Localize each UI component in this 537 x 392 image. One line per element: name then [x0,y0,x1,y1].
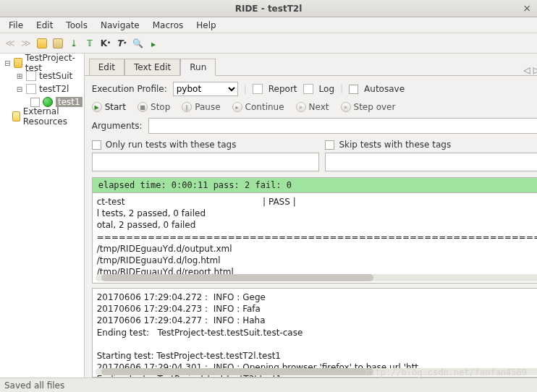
toolbar: ≪ ≫ ⤓ 𝕋 K• T• 🔍 [0,33,537,54]
checkbox[interactable] [30,98,40,107]
stepover-button[interactable]: »Step over [341,102,396,112]
exec-profile-select[interactable]: pybot [173,82,238,96]
expand-icon[interactable]: ⊞ [16,72,23,80]
back-icon[interactable]: ≪ [4,38,16,49]
tree-label: External Resources [23,106,83,127]
autosave-checkbox[interactable] [349,85,358,94]
main-panel: Edit Text Edit Run ◁ ▷ × Execution Profi… [85,54,537,378]
tree-suite[interactable]: ⊞ testSuit [1,69,83,82]
log-link[interactable]: Log [319,84,334,94]
continue-button[interactable]: ▸Continue [232,102,284,112]
exec-profile-label: Execution Profile: [92,84,167,94]
only-tags-input[interactable] [92,153,320,171]
scrollbar[interactable] [96,274,537,281]
file-icon [26,84,36,94]
tab-edit[interactable]: Edit [89,59,124,75]
pause-button[interactable]: ∥Pause [182,102,220,112]
next-button[interactable]: »Next [296,102,329,112]
menu-bar: File Edit Tools Navigate Macros Help [0,17,537,33]
tree-suite[interactable]: ⊟ testT2l [1,82,83,95]
autosave-label: Autosave [364,84,405,94]
skip-tags-input[interactable] [325,153,537,171]
keyword-italic-icon[interactable]: T• [116,38,127,49]
tree-external[interactable]: External Resources [1,110,83,123]
menu-file[interactable]: File [3,19,29,32]
tree-label-selected: test1 [56,97,83,107]
tree-label: testSuit [39,71,72,81]
skip-tags-label: Skip tests with these tags [339,140,451,150]
menu-navigate[interactable]: Navigate [95,19,145,32]
collapse-icon[interactable]: ⊟ [4,59,11,67]
stop-button[interactable]: ■Stop [138,102,170,112]
log-icon [303,84,313,94]
search-icon[interactable]: 🔍 [132,38,143,49]
report-icon [253,84,263,94]
folder-icon [14,58,22,68]
tree-label: TestProject-test [25,53,83,73]
watermark: http://blog.csdn.net/fanfan4569 [365,367,527,378]
run-status-bar: elapsed time: 0:00:11 pass: 2 fail: 0 [92,177,537,192]
tree-root[interactable]: ⊟ TestProject-test [1,56,83,69]
run-config: Execution Profile: pybot | Report Log | … [85,75,537,177]
arguments-label: Arguments: [92,121,143,131]
collapse-icon[interactable]: ⊟ [16,85,23,93]
status-bar: Saved all files [0,378,537,392]
only-tags-label: Only run tests with these tags [106,140,237,150]
resources-icon [12,111,20,122]
tree-label: testT2l [39,84,69,94]
menu-macros[interactable]: Macros [147,19,190,32]
only-tags-checkbox[interactable] [92,140,101,150]
tab-next-icon[interactable]: ▷ [533,65,537,75]
start-button[interactable]: ▶Start [92,102,126,112]
status-text: Saved all files [4,380,64,391]
menu-edit[interactable]: Edit [30,19,59,32]
title-bar: RIDE - testT2l × [0,0,537,17]
play-icon[interactable] [148,38,159,49]
file-icon [26,71,36,81]
tab-run[interactable]: Run [180,59,216,76]
keyword-bold-icon[interactable]: K• [100,38,111,49]
menu-tools[interactable]: Tools [60,19,93,32]
testcase-icon[interactable]: 𝕋 [84,38,96,49]
report-link[interactable]: Report [268,84,297,94]
project-tree: ⊟ TestProject-test ⊞ testSuit ⊟ testT2l … [0,54,85,378]
save-icon[interactable]: ⤓ [68,38,80,49]
tab-textedit[interactable]: Text Edit [124,59,180,75]
menu-help[interactable]: Help [190,19,221,32]
message-log-console[interactable]: 20170606 17:29:04.272 : INFO : Gege 2017… [92,288,537,378]
arguments-input[interactable] [148,118,537,134]
open-folder-icon[interactable] [36,38,48,49]
output-console[interactable]: ct-test | PASS | l tests, 2 passed, 0 fa… [92,192,537,284]
window-title: RIDE - testT2l [235,4,303,14]
editor-tabs: Edit Text Edit Run ◁ ▷ × [85,54,537,75]
close-icon[interactable]: × [523,2,531,14]
folder-icon[interactable] [52,38,64,49]
forward-icon[interactable]: ≫ [20,38,32,49]
tab-prev-icon[interactable]: ◁ [524,65,530,75]
skip-tags-checkbox[interactable] [325,140,334,150]
testcase-icon [43,97,53,107]
